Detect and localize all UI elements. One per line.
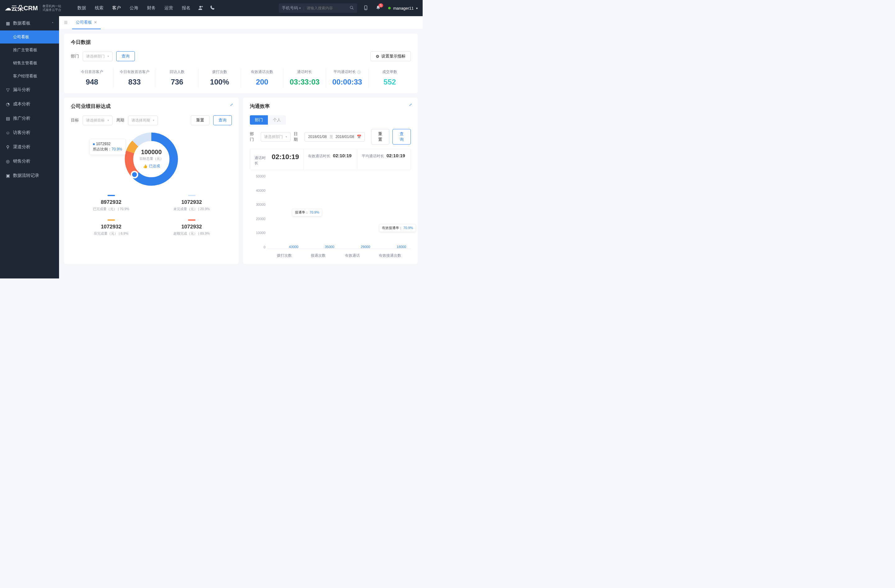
top-nav-item[interactable]: 运营 — [164, 5, 173, 11]
x-axis-label: 拨打次数 — [277, 253, 292, 258]
target-reset-button[interactable]: 重置 — [191, 115, 209, 125]
x-axis-label: 有效接通次数 — [379, 253, 401, 258]
x-axis-label: 有效通话 — [345, 253, 360, 258]
sidebar-icon: ▤ — [6, 116, 10, 121]
donut-chart: 1072932 所占比例：70.9% 100000 目标总量（ — [71, 130, 232, 189]
top-nav-item[interactable]: 财务 — [147, 5, 156, 11]
metric: 通话时长03:33:03 — [284, 68, 326, 88]
svg-point-1 — [350, 6, 353, 8]
stat-cell: 8972932已完成量（元） | 70.9% — [71, 191, 151, 216]
svg-point-0 — [199, 6, 201, 8]
stat-cell: 1072932应完成量（元） | 8.9% — [71, 216, 151, 240]
chevron-up-icon: ˄ — [52, 22, 53, 25]
notification-bell[interactable]: 5 — [376, 5, 381, 11]
sidebar-sub-item[interactable]: 公司看板 — [0, 30, 59, 44]
eff-title: 沟通效率 — [250, 103, 411, 110]
sidebar-item[interactable]: ▽漏斗分析 — [0, 83, 59, 97]
dashboard-icon: ▦ — [6, 21, 10, 26]
top-nav-item[interactable]: 数据 — [77, 5, 86, 11]
top-nav-item[interactable]: 公海 — [130, 5, 138, 11]
sidebar-sub-item[interactable]: 客户经理看板 — [0, 70, 59, 83]
sidebar-sub-item[interactable]: 推广主管看板 — [0, 44, 59, 56]
today-title: 今日数据 — [71, 39, 411, 46]
today-query-button[interactable]: 查询 — [116, 51, 135, 61]
connect-rate-tooltip: 接通率： 70.9% — [292, 209, 322, 216]
donut-tooltip: 1072932 所占比例：70.9% — [90, 139, 126, 155]
tab-close-icon[interactable]: ✕ — [94, 20, 97, 24]
period-select[interactable]: 请选择周期▾ — [128, 116, 158, 125]
sidebar-item[interactable]: ▣数据流转记录 — [0, 168, 59, 183]
target-panel: ⤢ 公司业绩目标达成 目标 请选择目标▾ 周期 请选择周期▾ 重置 查询 107… — [64, 98, 239, 264]
sidebar-icon: ☺ — [6, 130, 10, 135]
sidebar-icon: ◎ — [6, 159, 10, 164]
eff-dept-select[interactable]: 请选择部门▾ — [261, 132, 291, 142]
gear-icon: ⚙ — [376, 54, 379, 59]
add-user-icon[interactable] — [198, 5, 203, 12]
today-card: 今日数据 部门 请选择部门▾ 查询 ⚙ 设置显示指标 今日首咨客户948今日有效… — [64, 33, 418, 93]
metric: 成交单数552 — [369, 68, 411, 88]
top-nav: 数据线索客户公海财务运营报名 — [77, 5, 191, 11]
metric: 今日有效首咨客户833 — [114, 68, 156, 88]
target-title: 公司业绩目标达成 — [71, 103, 232, 110]
eff-header-cell: 有效通话时长02:10:19 — [303, 149, 357, 170]
sidebar-icon: ⚲ — [6, 144, 10, 150]
sidebar-group-dashboard[interactable]: ▦ 数据看板 ˄ — [0, 16, 59, 30]
top-nav-item[interactable]: 线索 — [95, 5, 103, 11]
search-input[interactable] — [307, 6, 347, 10]
date-range-input[interactable]: 2018/01/08 至 2018/01/08 📅 — [305, 132, 364, 142]
settings-indicators-button[interactable]: ⚙ 设置显示指标 — [370, 51, 411, 61]
notification-count: 5 — [379, 3, 384, 8]
sidebar-sub-item[interactable]: 销售主管看板 — [0, 56, 59, 70]
expand-icon[interactable]: ⤢ — [230, 103, 233, 107]
sidebar-item[interactable]: ⚲渠道分析 — [0, 140, 59, 154]
search-icon[interactable] — [350, 6, 354, 11]
valid-connect-rate-tooltip: 有效接通率： 70.9% — [379, 224, 416, 232]
eff-header-cell: 平均通话时长02:10:19 — [357, 149, 411, 170]
search-box: 手机号码▾ | — [279, 3, 357, 13]
eff-tab[interactable]: 个人 — [268, 115, 286, 124]
main-content: ☰ 公司看板 ✕ 今日数据 部门 请选择部门▾ 查询 — [59, 16, 423, 279]
metric: 今日首咨客户948 — [71, 68, 114, 88]
metric: 拨打次数100% — [199, 68, 241, 88]
bar-chart: 50000400003000020000100000 接通率： 70.9% 有效… — [250, 174, 411, 258]
sidebar-item[interactable]: ▤推广分析 — [0, 111, 59, 126]
top-nav-item[interactable]: 报名 — [182, 5, 191, 11]
top-nav-item[interactable]: 客户 — [112, 5, 121, 11]
eff-query-button[interactable]: 查询 — [393, 129, 411, 144]
search-type-select[interactable]: 手机号码▾ — [282, 5, 301, 11]
eff-reset-button[interactable]: 重置 — [371, 129, 389, 144]
metric: 回访人数736 — [156, 68, 199, 88]
user-menu[interactable]: manager11 ▾ — [388, 6, 418, 11]
dept-label: 部门 — [71, 53, 79, 59]
eff-header-cell: 通话时长02:10:19 — [250, 149, 303, 170]
metric: 有效通话次数200 — [241, 68, 284, 88]
efficiency-panel: ⤢ 沟通效率 部门个人 部门 请选择部门▾ 日期 2018/01/08 至 20… — [243, 98, 418, 264]
goal-select[interactable]: 请选择目标▾ — [83, 116, 112, 125]
stat-cell: 1072932超额完成（元） | 89.9% — [151, 216, 232, 240]
expand-icon[interactable]: ⤢ — [409, 103, 412, 107]
mobile-icon[interactable] — [363, 5, 368, 11]
eff-tab[interactable]: 部门 — [250, 115, 268, 124]
logo-subtitle: 教育机构一站式服务云平台 — [40, 5, 61, 12]
sidebar-item[interactable]: ◔成本分析 — [0, 97, 59, 111]
help-icon[interactable]: ? — [357, 70, 361, 74]
sidebar-icon: ◔ — [6, 102, 10, 107]
tabs-menu-icon[interactable]: ☰ — [64, 20, 68, 25]
tab-company-dashboard[interactable]: 公司看板 ✕ — [72, 16, 101, 29]
thumbs-up-icon: 👍 — [143, 164, 148, 168]
x-axis-label: 接通次数 — [311, 253, 326, 258]
sidebar-item[interactable]: ◎销售分析 — [0, 154, 59, 168]
achieved-tag: 👍 已达成 — [143, 164, 160, 169]
calendar-icon: 📅 — [357, 135, 361, 139]
phone-icon[interactable] — [210, 5, 215, 12]
top-header: ☁云朵CRM 教育机构一站式服务云平台 数据线索客户公海财务运营报名 手机号码▾… — [0, 0, 423, 16]
chevron-down-icon: ▾ — [416, 6, 418, 10]
sidebar-icon: ▽ — [6, 87, 10, 92]
username: manager11 — [393, 6, 414, 11]
logo[interactable]: ☁云朵CRM 教育机构一站式服务云平台 — [5, 4, 61, 12]
sidebar-icon: ▣ — [6, 173, 10, 178]
target-query-button[interactable]: 查询 — [213, 115, 232, 125]
sidebar-item[interactable]: ☺访客分析 — [0, 126, 59, 140]
tabs-bar: ☰ 公司看板 ✕ — [59, 16, 423, 29]
dept-select[interactable]: 请选择部门▾ — [83, 52, 112, 61]
